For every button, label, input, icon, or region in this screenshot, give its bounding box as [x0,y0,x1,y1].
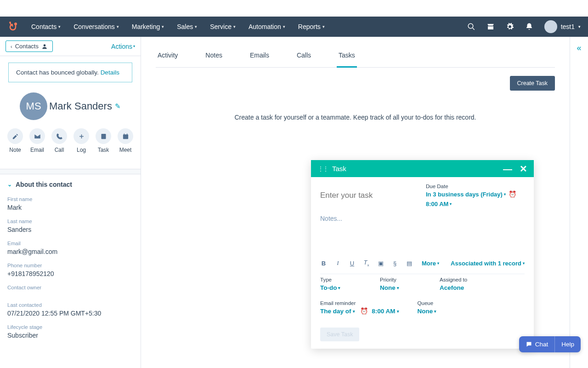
task-panel-title: Task [332,165,346,172]
task-assigned-dropdown[interactable]: Acefone [440,284,464,291]
actions-dropdown[interactable]: Actions▾ [111,43,135,50]
lifecycle-value[interactable]: Subscriber [7,332,133,339]
contact-icon [41,43,48,50]
minimize-icon[interactable]: — [503,166,512,172]
contact-name: Mark Sanders [49,100,112,112]
alarm-icon: ⏰ [360,307,368,315]
clear-format-icon[interactable]: Tx [363,259,370,267]
tab-calls[interactable]: Calls [295,47,313,68]
meet-button[interactable] [118,128,133,144]
right-panel-collapsed: « [570,37,588,368]
notifications-bell-icon[interactable] [525,23,533,31]
drag-handle-icon[interactable]: ⋮⋮ [317,165,328,172]
expand-right-panel-icon[interactable]: « [577,43,581,368]
contact-sidebar: ‹ Contacts Actions▾ Contact has bounced … [0,37,141,368]
underline-icon[interactable]: U [349,260,356,267]
marketplace-icon[interactable] [486,23,495,31]
nav-conversations[interactable]: Conversations▾ [74,23,119,30]
task-title-input[interactable] [320,184,418,207]
note-button[interactable] [7,128,23,144]
nav-reports[interactable]: Reports▾ [298,23,325,30]
email-value[interactable]: mark@gmail.com [7,248,133,255]
svg-point-3 [44,44,46,46]
tab-tasks[interactable]: Tasks [337,47,357,68]
task-queue-dropdown[interactable]: None▾ [418,308,437,315]
tab-emails[interactable]: Emails [248,47,271,68]
tasks-empty-state: Create a task for yourself or a teammate… [156,114,555,121]
back-to-contacts-button[interactable]: ‹ Contacts [6,40,53,52]
nav-service[interactable]: Service▾ [210,23,236,30]
help-widget: Chat Help [519,336,581,352]
alarm-icon: ⏰ [509,190,516,198]
task-create-panel: ⋮⋮ Task — ✕ Due Date In 3 business days … [311,160,534,349]
task-button[interactable] [96,128,111,144]
svg-point-0 [14,23,17,25]
nav-sales[interactable]: Sales▾ [177,23,197,30]
settings-gear-icon[interactable] [506,23,514,31]
bold-icon[interactable]: B [320,260,327,267]
user-avatar-icon [544,20,557,33]
nav-menu: Contacts▾ Conversations▾ Marketing▾ Sale… [31,23,325,30]
svg-rect-5 [123,134,128,139]
last-contacted-value: 07/21/2020 12:55 PM GMT+5:30 [7,310,133,317]
italic-icon[interactable]: I [334,259,341,267]
svg-point-2 [468,23,473,29]
search-icon[interactable] [467,23,475,31]
link-icon[interactable]: § [391,260,398,267]
edit-name-icon[interactable]: ✎ [115,102,121,110]
reminder-time-dropdown[interactable]: 8:00 AM▾ [372,308,399,315]
help-button[interactable]: Help [554,336,581,352]
record-tabs: Activity Notes Emails Calls Tasks [156,41,555,68]
snippet-icon[interactable]: ▤ [406,260,413,267]
nav-marketing[interactable]: Marketing▾ [132,23,164,30]
chat-icon [526,341,532,348]
nav-contacts[interactable]: Contacts▾ [31,23,61,30]
call-button[interactable] [51,128,67,144]
log-button[interactable] [74,128,89,144]
tab-activity[interactable]: Activity [156,47,180,68]
tab-notes[interactable]: Notes [204,47,224,68]
hubspot-logo-icon [7,21,18,32]
bounce-alert: Contact has bounced globally. Details [8,63,132,82]
first-name-value[interactable]: Mark [7,204,133,211]
svg-rect-4 [101,133,106,138]
reminder-date-dropdown[interactable]: The day of▾ [320,308,355,315]
create-task-button[interactable]: Create Task [510,76,555,91]
phone-value[interactable]: +918178952120 [7,270,133,277]
about-contact-header[interactable]: ⌄ About this contact [7,181,133,188]
user-menu[interactable]: test1 ▾ [544,20,581,33]
svg-point-1 [9,22,11,23]
save-task-button[interactable]: Save Task [320,328,359,341]
more-formatting-dropdown[interactable]: More▾ [422,260,439,267]
close-icon[interactable]: ✕ [520,166,527,172]
last-name-value[interactable]: Sanders [7,226,133,233]
email-button[interactable] [29,128,45,144]
due-date-picker[interactable]: In 3 business days (Friday)▾ [426,191,506,198]
task-notes-input[interactable]: Notes... [320,215,525,256]
nav-automation[interactable]: Automation▾ [249,23,285,30]
bounce-details-link[interactable]: Details [101,69,119,76]
user-label: test1 [561,23,575,30]
due-time-picker[interactable]: 8:00 AM▾ [426,201,452,207]
task-type-dropdown[interactable]: To-do▾ [320,284,340,291]
contact-avatar: MS [20,92,47,120]
chat-button[interactable]: Chat [519,336,555,352]
task-priority-dropdown[interactable]: None▾ [380,284,399,291]
associated-records-dropdown[interactable]: Associated with 1 record▾ [451,260,525,267]
image-icon[interactable]: ▣ [377,260,384,267]
top-navbar: Contacts▾ Conversations▾ Marketing▾ Sale… [0,17,588,37]
